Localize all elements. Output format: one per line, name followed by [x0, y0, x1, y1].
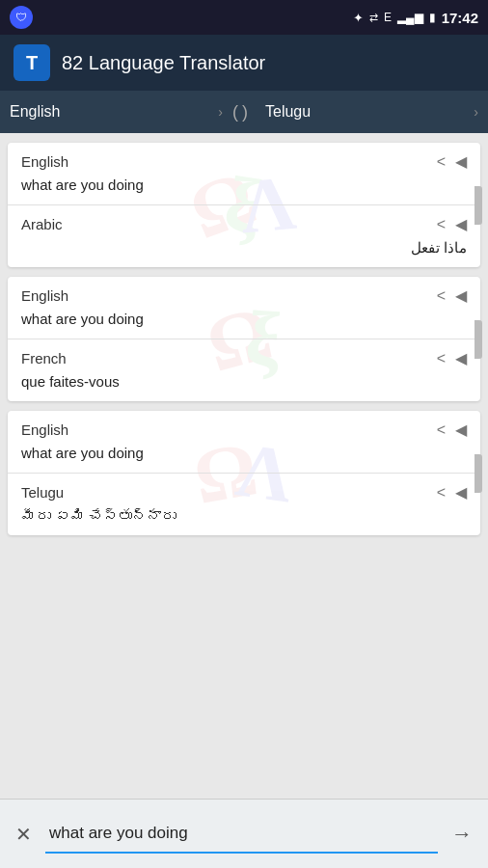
source-lang-label-1: English < ◀: [21, 152, 467, 171]
target-actions-2: < ◀: [437, 349, 467, 367]
time-display: 17:42: [442, 10, 478, 26]
source-text-2: what are you doing: [21, 309, 467, 329]
share-icon-2b[interactable]: <: [437, 350, 446, 367]
source-lang-name-1: English: [21, 153, 68, 170]
app-header: T 82 Language Translator: [0, 35, 488, 91]
target-lang-label-2: French < ◀: [21, 349, 467, 367]
volume-icon-3a[interactable]: ◀: [455, 420, 467, 439]
source-text-3: what are you doing: [21, 443, 467, 463]
source-actions-1: < ◀: [437, 152, 467, 171]
share-icon-2a[interactable]: <: [437, 287, 446, 305]
target-lang-name-1: Arabic: [21, 216, 63, 232]
source-lang-label-2: English < ◀: [21, 286, 467, 305]
app-title: 82 Language Translator: [62, 52, 265, 74]
translation-card-1: Ω ξ Λ English < ◀ what are you doing Ara…: [8, 143, 480, 267]
input-bar: ✕ →: [0, 799, 488, 868]
exchange-icon: ⇄: [369, 12, 378, 24]
card-2: Ω ξ English < ◀ what are you doing Frenc…: [8, 277, 480, 401]
target-block-2: French < ◀ que faites-vous: [8, 339, 480, 401]
status-right: ✦ ⇄ E ▂▄▆ ▮ 17:42: [353, 10, 478, 26]
target-lang-name-3: Telugu: [21, 484, 64, 501]
volume-icon-1a[interactable]: ◀: [455, 152, 467, 171]
target-actions-3: < ◀: [437, 483, 467, 502]
source-text-1: what are you doing: [21, 175, 467, 195]
source-lang-name-2: English: [21, 287, 68, 304]
target-lang-label-3: Telugu < ◀: [21, 483, 467, 502]
volume-icon-1b[interactable]: ◀: [455, 215, 467, 233]
language-selector-bar[interactable]: English › ( ) Telugu ›: [0, 91, 488, 133]
translation-input[interactable]: [45, 815, 438, 854]
swap-paren-left: (: [232, 102, 238, 122]
target-text-2: que faites-vous: [21, 371, 467, 392]
source-actions-2: < ◀: [437, 286, 467, 305]
signal-icon: E: [384, 11, 392, 24]
source-language-label[interactable]: English: [10, 103, 218, 121]
signal-bars-icon: ▂▄▆: [397, 11, 423, 24]
status-bar: 🛡 ✦ ⇄ E ▂▄▆ ▮ 17:42: [0, 0, 488, 35]
language-swap-button[interactable]: ( ): [223, 102, 258, 122]
shield-icon: 🛡: [10, 6, 33, 29]
target-text-3: మీరు ఏమి చేస్తున్నారు: [21, 505, 467, 526]
target-language-label[interactable]: Telugu: [258, 103, 474, 121]
share-icon-3b[interactable]: <: [437, 484, 446, 502]
close-button[interactable]: ✕: [12, 819, 36, 850]
card-side-tab-2: [474, 320, 482, 359]
target-lang-name-2: French: [21, 350, 67, 366]
card-3: Ω Λ English < ◀ what are you doing Telug…: [8, 411, 480, 535]
share-icon-1b[interactable]: <: [437, 216, 446, 233]
bluetooth-icon: ✦: [353, 11, 364, 25]
card-side-tab-3: [474, 454, 482, 493]
translation-card-3: Ω Λ English < ◀ what are you doing Telug…: [8, 411, 480, 535]
target-text-1: ماذا تفعل: [21, 237, 467, 258]
volume-icon-3b[interactable]: ◀: [455, 483, 467, 502]
swap-paren-right: ): [242, 102, 248, 122]
translations-scroll-area: Ω ξ Λ English < ◀ what are you doing Ara…: [0, 133, 488, 799]
send-button[interactable]: →: [447, 818, 476, 851]
target-actions-1: < ◀: [437, 215, 467, 233]
share-icon-3a[interactable]: <: [437, 421, 446, 439]
translation-card-2: Ω ξ English < ◀ what are you doing Frenc…: [8, 277, 480, 401]
volume-icon-2b[interactable]: ◀: [455, 349, 467, 367]
source-actions-3: < ◀: [437, 420, 467, 439]
source-block-2: English < ◀ what are you doing: [8, 277, 480, 339]
source-block-1: English < ◀ what are you doing: [8, 143, 480, 204]
card-1: Ω ξ Λ English < ◀ what are you doing Ara…: [8, 143, 480, 267]
target-block-1: Arabic < ◀ ماذا تفعل: [8, 204, 480, 267]
card-side-tab-1: [474, 186, 482, 225]
source-lang-label-3: English < ◀: [21, 420, 467, 439]
share-icon-1a[interactable]: <: [437, 153, 446, 171]
source-block-3: English < ◀ what are you doing: [8, 411, 480, 473]
volume-icon-2a[interactable]: ◀: [455, 286, 467, 305]
lang-arrow-right: ›: [474, 104, 478, 120]
status-left: 🛡: [10, 6, 33, 29]
app-logo-icon: T: [14, 44, 50, 81]
battery-icon: ▮: [429, 11, 436, 24]
source-lang-name-3: English: [21, 421, 68, 438]
target-lang-label-1: Arabic < ◀: [21, 215, 467, 233]
target-block-3: Telugu < ◀ మీరు ఏమి చేస్తున్నారు: [8, 473, 480, 535]
